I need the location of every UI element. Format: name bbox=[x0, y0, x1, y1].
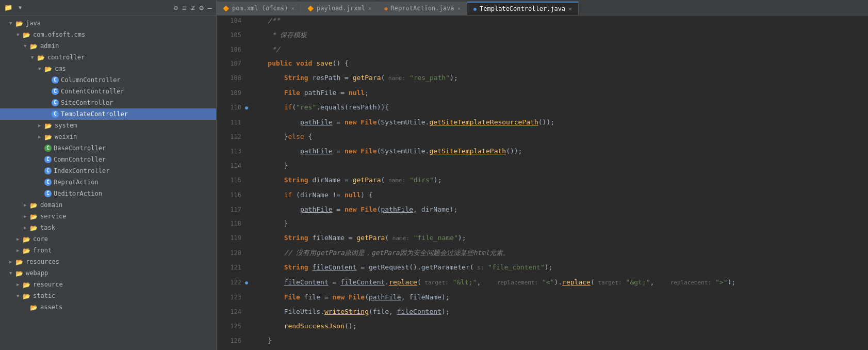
code-editor[interactable]: 104 /**105 * 保存模板106 */107 public void s… bbox=[217, 15, 868, 350]
tree-item-ContentController[interactable]: CContentController bbox=[0, 86, 216, 97]
tab-close-button[interactable]: × bbox=[568, 6, 572, 12]
tree-item-BaseController[interactable]: CBaseController bbox=[0, 142, 216, 154]
tab-payload[interactable]: 🔶payload.jrxml× bbox=[301, 2, 379, 15]
tree-arrow[interactable]: ▶ bbox=[17, 248, 23, 253]
tree-arrow[interactable]: ▶ bbox=[24, 225, 30, 230]
tree-arrow[interactable]: ▶ bbox=[9, 259, 15, 264]
tab-close-button[interactable]: × bbox=[457, 5, 461, 12]
tree-arrow[interactable]: ▼ bbox=[31, 55, 37, 60]
gutter-col bbox=[241, 146, 252, 161]
tree-arrow[interactable]: ▶ bbox=[17, 282, 23, 287]
tree-item-label: BaseController bbox=[54, 145, 106, 152]
line-number: 126 bbox=[217, 336, 241, 350]
tab-pom[interactable]: 🔶pom.xml (ofcms)× bbox=[217, 2, 301, 15]
tree-arrow[interactable]: ▶ bbox=[38, 134, 44, 139]
sync-icon[interactable]: ⊕ bbox=[174, 4, 178, 12]
tree-item-label: IndexController bbox=[54, 167, 109, 174]
tree-item-ColumnController[interactable]: CColumnController bbox=[0, 74, 216, 86]
line-number: 104 bbox=[217, 15, 241, 30]
tree-item-label: static bbox=[33, 292, 55, 299]
tree-item-label: resource bbox=[33, 281, 63, 288]
tab-reprotaction[interactable]: ●ReprotAction.java× bbox=[379, 2, 467, 15]
java-class-icon: C bbox=[52, 88, 59, 95]
tree-arrow[interactable]: ▼ bbox=[9, 21, 15, 26]
tree-item-system[interactable]: ▶📂system bbox=[0, 120, 216, 131]
expand-icon[interactable]: ≢ bbox=[191, 4, 195, 12]
tree-arrow[interactable]: ▶ bbox=[17, 236, 23, 242]
tree-item-static[interactable]: ▼📂static bbox=[0, 290, 216, 301]
tree-arrow[interactable]: ▼ bbox=[24, 43, 30, 49]
tab-file-icon: ● bbox=[385, 6, 388, 11]
tree-item-task[interactable]: ▶📂task bbox=[0, 222, 216, 233]
tree-item-ReprotAction[interactable]: CReprotAction bbox=[0, 177, 216, 188]
code-content: String resPath = getPara( name: "res_pat… bbox=[252, 73, 868, 88]
code-content: pathFile = new File(SystemUtile.getSiteT… bbox=[252, 146, 868, 161]
tree-item-webapp[interactable]: ▼📂webapp bbox=[0, 267, 216, 279]
tree-item-label: weixin bbox=[55, 133, 77, 140]
tab-close-button[interactable]: × bbox=[368, 5, 372, 12]
gutter-col bbox=[241, 44, 252, 59]
java-class-icon: C bbox=[52, 76, 59, 84]
tree-item-label: ReprotAction bbox=[54, 179, 99, 186]
editor-panel: 🔶pom.xml (ofcms)×🔶payload.jrxml×●ReprotA… bbox=[217, 0, 868, 350]
tree-item-resources[interactable]: ▶📂resources bbox=[0, 256, 216, 267]
tree-item-controller[interactable]: ▼📂controller bbox=[0, 52, 216, 63]
tree-arrow[interactable]: ▼ bbox=[17, 293, 23, 298]
tree-item-IndexController[interactable]: CIndexController bbox=[0, 165, 216, 177]
tab-file-icon: 🔶 bbox=[223, 6, 229, 11]
code-content: File pathFile = null; bbox=[252, 88, 868, 102]
line-number: 116 bbox=[217, 190, 241, 204]
tree-item-ComnController[interactable]: CComnController bbox=[0, 154, 216, 165]
tree-item-domain[interactable]: ▶📂domain bbox=[0, 199, 216, 211]
tree-item-resource[interactable]: ▶📂resource bbox=[0, 279, 216, 290]
code-content: if("res".equals(resPath)){ bbox=[252, 102, 868, 117]
folder-icon: 📂 bbox=[30, 225, 38, 231]
gutter-col bbox=[241, 161, 252, 175]
tree-item-admin[interactable]: ▼📂admin bbox=[0, 40, 216, 52]
code-content: // 没有用getPara原因是，getPara因为安全问题会过滤某些html元… bbox=[252, 248, 868, 262]
settings-icon[interactable]: ⚙ bbox=[199, 4, 203, 12]
tree-item-cms[interactable]: ▼📂cms bbox=[0, 63, 216, 74]
tree-item-front[interactable]: ▶📂front bbox=[0, 245, 216, 256]
tree-arrow[interactable]: ▶ bbox=[24, 214, 30, 219]
java-class-icon: C bbox=[44, 179, 52, 186]
tree-item-service[interactable]: ▶📂service bbox=[0, 211, 216, 222]
line-number: 115 bbox=[217, 175, 241, 190]
tree-item-assets[interactable]: 📂assets bbox=[0, 301, 216, 313]
tabs-bar: 🔶pom.xml (ofcms)×🔶payload.jrxml×●ReprotA… bbox=[217, 0, 868, 15]
panel-header: 📁 ▼ ⊕ ≡ ≢ ⚙ — bbox=[0, 0, 216, 15]
tree-arrow[interactable]: ▼ bbox=[38, 66, 44, 71]
tree-arrow[interactable]: ▶ bbox=[38, 123, 44, 128]
gutter-col bbox=[241, 73, 252, 88]
code-content: */ bbox=[252, 44, 868, 59]
tree-arrow[interactable]: ▶ bbox=[24, 202, 30, 208]
project-panel: 📁 ▼ ⊕ ≡ ≢ ⚙ — ▼📂java▼📂com.ofsoft.cms▼📂ad… bbox=[0, 0, 217, 350]
code-line-105: 105 * 保存模板 bbox=[217, 30, 868, 44]
tree-item-core[interactable]: ▶📂core bbox=[0, 233, 216, 245]
chevron-down-icon[interactable]: ▼ bbox=[19, 5, 22, 10]
tab-templatecontroller[interactable]: ●TemplateController.java× bbox=[467, 2, 579, 15]
gutter-col bbox=[241, 132, 252, 146]
tree-item-weixin[interactable]: ▶📂weixin bbox=[0, 131, 216, 142]
tree-arrow[interactable]: ▼ bbox=[17, 32, 23, 37]
tab-close-button[interactable]: × bbox=[291, 5, 294, 12]
tree-item-UeditorAction[interactable]: CUeditorAction bbox=[0, 188, 216, 199]
code-line-119: 119 String fileName = getPara( name: "fi… bbox=[217, 233, 868, 248]
java-class-icon: C bbox=[44, 156, 52, 163]
gutter-col bbox=[241, 117, 252, 132]
tree-item-label: ContentController bbox=[61, 88, 124, 95]
collapse-icon[interactable]: ≡ bbox=[182, 4, 186, 12]
line-number: 109 bbox=[217, 88, 241, 102]
tree-item-SiteController[interactable]: CSiteController bbox=[0, 97, 216, 108]
folder-icon: 📁 bbox=[4, 4, 12, 11]
tree-item-com.ofsoft.cms[interactable]: ▼📂com.ofsoft.cms bbox=[0, 29, 216, 40]
code-line-114: 114 } bbox=[217, 161, 868, 175]
minimize-icon[interactable]: — bbox=[208, 4, 212, 12]
tree-item-label: domain bbox=[40, 201, 62, 209]
tree-item-TemplateController[interactable]: CTemplateController bbox=[0, 108, 216, 120]
tree-item-label: service bbox=[40, 213, 67, 220]
folder-icon: 📂 bbox=[44, 122, 53, 129]
tree-item-label: controller bbox=[47, 54, 85, 61]
tree-item-java[interactable]: ▼📂java bbox=[0, 18, 216, 29]
tree-arrow[interactable]: ▼ bbox=[9, 271, 15, 276]
